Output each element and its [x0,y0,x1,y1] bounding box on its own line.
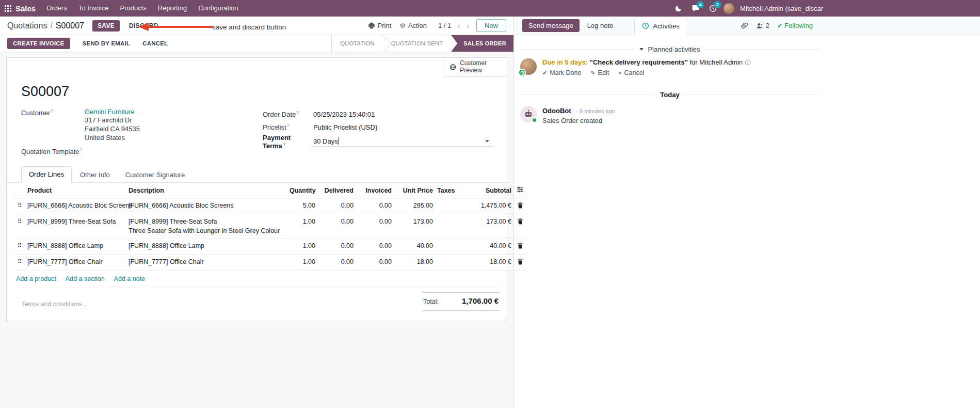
menu-configuration[interactable]: Configuration [192,0,244,17]
stage-sales-order[interactable]: SALES ORDER [451,35,513,52]
customer-label: Customer? [21,108,85,142]
order-date-field[interactable]: 05/25/2023 15:40:01 [313,111,375,118]
breadcrumb-quotations-link[interactable]: Quotations [7,21,47,30]
user-avatar[interactable] [724,3,734,14]
cancel-activity-button[interactable]: ×Cancel [618,69,644,76]
pricelist-field[interactable]: Public Pricelist (USD) [313,123,377,131]
odoobot-avatar[interactable] [520,106,537,122]
status-pipeline: QUOTATION QUOTATION SENT SALES ORDER [331,35,513,52]
add-a-section-link[interactable]: Add a section [66,275,105,283]
dark-mode-moon-icon[interactable] [672,0,685,17]
log-note-button[interactable]: Log note [580,17,621,35]
terms-and-conditions-placeholder[interactable]: Terms and conditions... [21,292,88,308]
pager-next-icon[interactable]: › [467,22,469,30]
drag-handle-icon[interactable]: ⠿ [14,198,25,214]
left-field-column: Customer? Gemini Furniture 317 Fairchild… [21,108,263,155]
planned-activities-header[interactable]: Planned activities [520,45,820,53]
check-icon: ✔ [542,70,547,76]
dropdown-caret-icon[interactable] [485,140,489,143]
message-author[interactable]: OdooBot [542,107,571,115]
col-taxes[interactable]: Taxes [435,183,462,198]
order-date-label: Order Date? [263,110,313,118]
add-a-product-link[interactable]: Add a product [16,275,56,283]
paperclip-icon [741,22,748,29]
tab-other-info[interactable]: Other Info [73,167,117,183]
statusbar: CREATE INVOICE SEND BY EMAIL CANCEL QUOT… [0,35,513,52]
menu-orders[interactable]: Orders [41,0,73,17]
attachments-button[interactable] [741,22,748,29]
app-name[interactable]: Sales [15,4,36,13]
col-subtotal[interactable]: Subtotal [462,183,513,198]
delete-row-icon[interactable] [513,214,527,239]
followers-icon [756,22,764,29]
delete-row-icon[interactable] [513,239,527,255]
messages-icon[interactable]: 4 [689,0,702,17]
totals-box: Total: 1,706.00 € [422,292,500,311]
menu-products[interactable]: Products [114,0,152,17]
activity-summary: "Check delivery requirements" [590,58,688,66]
col-product[interactable]: Product [25,183,126,198]
delete-row-icon[interactable] [513,255,527,271]
activity-item: Due in 5 days: "Check delivery requireme… [520,58,820,76]
new-button[interactable]: New [476,19,506,32]
total-value: 1,706.00 € [462,296,499,305]
order-line-row[interactable]: ⠿ [FURN_6666] Acoustic Bloc Screens [FUR… [14,198,527,214]
total-label: Total: [423,298,439,305]
mark-done-button[interactable]: ✔Mark Done [542,69,581,76]
col-delivered[interactable]: Delivered [317,183,356,198]
add-a-note-link[interactable]: Add a note [114,275,145,283]
user-name[interactable]: Mitchell Admin (save_discar [740,5,823,12]
activities-clock-icon[interactable]: 2 [706,0,719,17]
breadcrumb-separator: / [50,21,52,30]
send-by-email-button[interactable]: SEND BY EMAIL [83,40,130,46]
chatter-toolbar: Send message Log note Activities 2 ✔ [514,17,980,35]
col-description[interactable]: Description [126,183,287,198]
stage-quotation[interactable]: QUOTATION [332,35,382,52]
drag-handle-icon[interactable]: ⠿ [14,214,25,239]
activity-user-avatar[interactable] [520,58,537,75]
tab-customer-signature[interactable]: Customer Signature [118,167,192,183]
cancel-button[interactable]: CANCEL [142,40,168,46]
menu-reporting[interactable]: Reporting [152,0,192,17]
stage-quotation-sent[interactable]: QUOTATION SENT [383,35,451,52]
pencil-icon: ✎ [590,70,595,76]
customer-preview-button[interactable]: Customer Preview [444,58,507,77]
print-button[interactable]: Print [368,22,392,29]
activities-tab[interactable]: Activities [634,17,687,35]
message-body: Sales Order created [542,117,615,124]
printer-icon [368,22,375,29]
save-button[interactable]: SAVE [92,20,120,32]
send-message-button[interactable]: Send message [522,19,580,32]
drag-handle-icon[interactable]: ⠿ [14,239,25,255]
col-invoiced[interactable]: Invoiced [356,183,394,198]
form-view-area: Customer Preview S00007 Customer? Gemini… [0,52,513,408]
quotation-template-label: Quotation Template? [21,147,85,155]
action-menu-button[interactable]: ⚙ Action [399,22,427,29]
systray: 4 2 Mitchell Admin (save_discar [672,0,823,17]
order-line-row[interactable]: ⠿ [FURN_8888] Office Lamp [FURN_8888] Of… [14,239,527,255]
order-line-row[interactable]: ⠿ [FURN_8999] Three-Seat Sofa [FURN_8999… [14,214,527,239]
text-cursor [339,137,339,145]
pager-previous-icon[interactable]: ‹ [457,22,460,30]
tab-order-lines[interactable]: Order Lines [21,166,72,183]
drag-handle-icon[interactable]: ⠿ [14,255,25,271]
chatter-message: OdooBot - 9 minutes ago Sales Order crea… [520,106,820,124]
customer-link[interactable]: Gemini Furniture [85,108,135,116]
notebook-tabs: Order Lines Other Info Customer Signatur… [7,166,507,183]
info-icon[interactable] [745,59,751,66]
form-sheet: Customer Preview S00007 Customer? Gemini… [6,57,507,321]
menu-to-invoice[interactable]: To Invoice [73,0,115,17]
globe-icon [449,63,456,71]
col-quantity[interactable]: Quantity [287,183,317,198]
payment-terms-input[interactable]: 30 Days [313,137,492,147]
create-invoice-button[interactable]: CREATE INVOICE [7,38,70,49]
apps-grid-icon[interactable] [0,5,15,12]
delete-row-icon[interactable] [513,198,527,214]
order-line-row[interactable]: ⠿ [FURN_7777] Office Chair [FURN_7777] O… [14,255,527,271]
followers-button[interactable]: 2 [756,22,769,29]
following-button[interactable]: ✔ Following [777,22,813,29]
top-nav-bar: Sales Orders To Invoice Products Reporti… [0,0,980,17]
optional-columns-icon[interactable] [513,183,527,198]
col-unit-price[interactable]: Unit Price [394,183,435,198]
edit-activity-button[interactable]: ✎Edit [590,69,609,76]
